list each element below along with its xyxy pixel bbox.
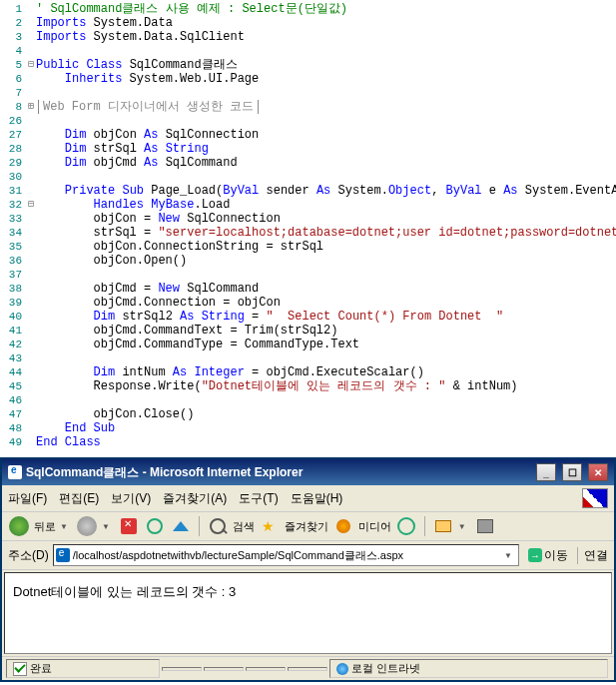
media-label[interactable]: 미디어 [358, 519, 391, 534]
code-text [36, 393, 616, 407]
code-line[interactable]: 47 objCon.Close() [0, 407, 616, 421]
code-line[interactable]: 3Imports System.Data.SqlClient [0, 30, 616, 44]
code-line[interactable]: 39 objCmd.Connection = objCon [0, 296, 616, 310]
code-line[interactable]: 33 objCon = New SqlConnection [0, 212, 616, 226]
menu-view[interactable]: 보기(V) [111, 490, 151, 507]
line-number: 31 [0, 184, 26, 198]
titlebar[interactable]: SqlCommand클래스 - Microsoft Internet Explo… [2, 459, 614, 485]
fold-icon[interactable]: ⊞ [26, 100, 36, 114]
code-line[interactable]: 32⊟ Handles MyBase.Load [0, 198, 616, 212]
minimize-button[interactable]: _ [536, 463, 556, 481]
status-empty-1 [162, 667, 202, 671]
line-number: 39 [0, 296, 26, 310]
go-button[interactable]: → 이동 [523, 545, 573, 566]
status-done-text: 완료 [30, 661, 52, 676]
fold-icon [26, 226, 36, 240]
code-text: objCmd.Connection = objCon [36, 296, 616, 310]
code-line[interactable]: 1' SqlCommand클래스 사용 예제 : Select문(단일값) [0, 2, 616, 16]
throbber-icon [582, 488, 608, 508]
fold-icon [26, 156, 36, 170]
code-line[interactable]: 45 Response.Write("Dotnet테이블에 있는 레코드의 갯수… [0, 379, 616, 393]
fold-icon [26, 365, 36, 379]
code-line[interactable]: 26 [0, 114, 616, 128]
fold-icon [26, 254, 36, 268]
code-line[interactable]: 43 [0, 351, 616, 365]
code-line[interactable]: 38 objCmd = New SqlCommand [0, 282, 616, 296]
menu-help[interactable]: 도움말(H) [291, 490, 343, 507]
back-button[interactable] [8, 515, 30, 537]
mail-dropdown-icon[interactable]: ▼ [458, 522, 466, 531]
line-number: 32 [0, 198, 26, 212]
mail-button[interactable] [432, 515, 454, 537]
search-label[interactable]: 검색 [233, 519, 255, 534]
print-button[interactable] [474, 515, 496, 537]
code-line[interactable]: 41 objCmd.CommandText = Trim(strSql2) [0, 324, 616, 338]
forward-dropdown-icon[interactable]: ▼ [102, 522, 110, 531]
search-icon[interactable] [207, 515, 229, 537]
code-line[interactable]: 2Imports System.Data [0, 16, 616, 30]
menu-favorites[interactable]: 즐겨찾기(A) [163, 490, 227, 507]
fold-icon [26, 338, 36, 351]
code-line[interactable]: 29 Dim objCmd As SqlCommand [0, 156, 616, 170]
code-line[interactable]: 37 [0, 268, 616, 282]
code-line[interactable]: 8⊞Web Form 디자이너에서 생성한 코드 [0, 100, 616, 114]
line-number: 46 [0, 393, 26, 407]
fold-icon [26, 184, 36, 198]
home-button[interactable] [170, 515, 192, 537]
fold-icon[interactable]: ⊟ [26, 198, 36, 212]
fold-icon [26, 16, 36, 30]
media-icon[interactable] [332, 515, 354, 537]
fold-icon [26, 421, 36, 435]
back-dropdown-icon[interactable]: ▼ [60, 522, 68, 531]
code-line[interactable]: 30 [0, 170, 616, 184]
line-number: 37 [0, 268, 26, 282]
code-line[interactable]: 7 [0, 86, 616, 100]
favorites-label[interactable]: 즐겨찾기 [285, 519, 328, 534]
code-line[interactable]: 40 Dim strSql2 As String = " Select Coun… [0, 310, 616, 324]
code-line[interactable]: 46 [0, 393, 616, 407]
address-dropdown-icon[interactable]: ▼ [504, 551, 512, 560]
line-number: 40 [0, 310, 26, 324]
line-number: 43 [0, 351, 26, 365]
code-text [36, 44, 616, 58]
fold-icon [26, 114, 36, 128]
menu-edit[interactable]: 편집(E) [59, 490, 99, 507]
close-button[interactable]: ✕ [588, 463, 608, 481]
status-empty-2 [204, 667, 244, 671]
code-text: Dim objCon As SqlConnection [36, 128, 616, 142]
code-line[interactable]: 36 objCon.Open() [0, 254, 616, 268]
stop-button[interactable] [118, 515, 140, 537]
code-line[interactable]: 44 Dim intNum As Integer = objCmd.Execut… [0, 365, 616, 379]
code-line[interactable]: 31 Private Sub Page_Load(ByVal sender As… [0, 184, 616, 198]
code-text: Dim objCmd As SqlCommand [36, 156, 616, 170]
code-line[interactable]: 49End Class [0, 435, 616, 449]
separator [199, 516, 200, 536]
status-empty-3 [246, 667, 286, 671]
menu-tools[interactable]: 도구(T) [239, 490, 278, 507]
code-line[interactable]: 42 objCmd.CommandType = CommandType.Text [0, 338, 616, 351]
code-text [36, 114, 616, 128]
status-zone-cell: 로컬 인트라넷 [329, 659, 608, 678]
history-button[interactable] [395, 515, 417, 537]
favorites-icon[interactable]: ★ [259, 515, 281, 537]
url-input[interactable]: /localhost/aspdotnetwithvb/lectureSample… [53, 544, 519, 566]
fold-icon [26, 393, 36, 407]
menu-file[interactable]: 파일(F) [8, 490, 47, 507]
links-label[interactable]: 연결 [577, 547, 608, 564]
line-number: 5 [0, 58, 26, 72]
code-text: objCon.Open() [36, 254, 616, 268]
code-line[interactable]: 28 Dim strSql As String [0, 142, 616, 156]
code-line[interactable]: 48 End Sub [0, 421, 616, 435]
forward-button[interactable] [76, 515, 98, 537]
code-line[interactable]: 5⊟Public Class SqlCommand클래스 [0, 58, 616, 72]
fold-icon [26, 324, 36, 338]
fold-icon[interactable]: ⊟ [26, 58, 36, 72]
code-line[interactable]: 4 [0, 44, 616, 58]
code-line[interactable]: 6 Inherits System.Web.UI.Page [0, 72, 616, 86]
code-line[interactable]: 35 objCon.ConnectionString = strSql [0, 240, 616, 254]
maximize-button[interactable]: ☐ [562, 463, 582, 481]
fold-icon [26, 72, 36, 86]
code-line[interactable]: 34 strSql = "server=localhost;database=d… [0, 226, 616, 240]
refresh-button[interactable] [144, 515, 166, 537]
code-line[interactable]: 27 Dim objCon As SqlConnection [0, 128, 616, 142]
